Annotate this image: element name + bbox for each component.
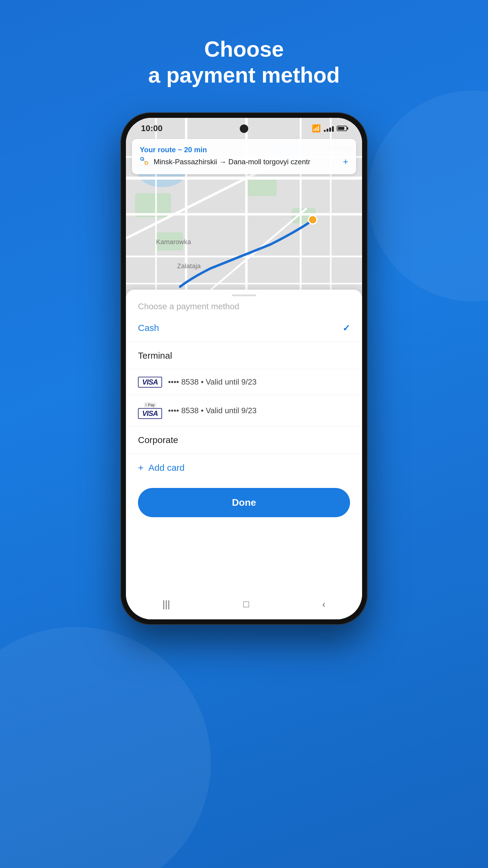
- page-title: Choose a payment method: [148, 36, 340, 88]
- payment-option-terminal[interactable]: Terminal: [126, 342, 362, 370]
- bottom-sheet: Choose a payment method Cash ✓ Terminal …: [126, 290, 362, 592]
- sheet-title: Choose a payment method: [126, 296, 362, 314]
- add-icon: +: [138, 462, 144, 473]
- phone-screen: 10:00 📶: [126, 118, 362, 619]
- add-card-button[interactable]: + Add card: [126, 454, 362, 482]
- wifi-icon: 📶: [312, 124, 321, 133]
- route-time: Your route ~ 20 min: [140, 146, 348, 154]
- add-card-label: Add card: [149, 463, 185, 473]
- phone-body: 10:00 📶: [121, 113, 367, 625]
- signal-icon: [324, 125, 334, 132]
- corporate-label: Corporate: [138, 435, 178, 445]
- done-button[interactable]: Done: [138, 488, 350, 517]
- cash-selected-checkmark: ✓: [343, 323, 350, 333]
- nav-recent-icon[interactable]: |||: [163, 598, 170, 610]
- map-area: Borovaya Novinki Kamarowka Zalataja Your…: [126, 118, 362, 305]
- add-stop-button[interactable]: +: [343, 157, 348, 167]
- route-card: Your route ~ 20 min Minsk-Passazhirskii …: [132, 139, 356, 174]
- route-text: Minsk-Passazhirskii → Dana-moll torgovyi…: [154, 158, 338, 166]
- nav-home-icon[interactable]: □: [243, 598, 249, 610]
- terminal-label: Terminal: [138, 350, 172, 361]
- nav-back-icon[interactable]: ‹: [322, 598, 326, 610]
- payment-option-visa2[interactable]:  Pay VISA •••• 8538 • Valid until 9/23: [126, 395, 362, 427]
- payment-option-visa1[interactable]: VISA •••• 8538 • Valid until 9/23: [126, 370, 362, 395]
- status-icons: 📶: [312, 124, 347, 133]
- route-icon: [140, 156, 149, 167]
- nav-bar: ||| □ ‹: [126, 592, 362, 619]
- battery-icon: [337, 126, 347, 131]
- svg-line-22: [142, 159, 147, 163]
- visa-logo-1: VISA: [138, 377, 162, 388]
- payment-option-cash[interactable]: Cash ✓: [126, 314, 362, 342]
- zalataja-label: Zalataja: [177, 262, 201, 270]
- camera-dot: [240, 124, 248, 133]
- status-bar: 10:00 📶: [126, 118, 362, 139]
- visa-logo-2: VISA: [138, 408, 162, 419]
- phone-frame: 10:00 📶: [121, 113, 367, 625]
- payment-option-corporate[interactable]: Corporate: [126, 427, 362, 454]
- route-details: Minsk-Passazhirskii → Dana-moll torgovyi…: [140, 156, 348, 167]
- card-info-1: •••• 8538 • Valid until 9/23: [168, 377, 257, 387]
- svg-rect-4: [247, 178, 276, 196]
- card-info-2: •••• 8538 • Valid until 9/23: [168, 406, 257, 415]
- svg-point-19: [308, 216, 317, 224]
- cash-label: Cash: [138, 323, 159, 333]
- status-time: 10:00: [141, 124, 163, 133]
- kamarowka-label: Kamarowka: [156, 238, 191, 246]
